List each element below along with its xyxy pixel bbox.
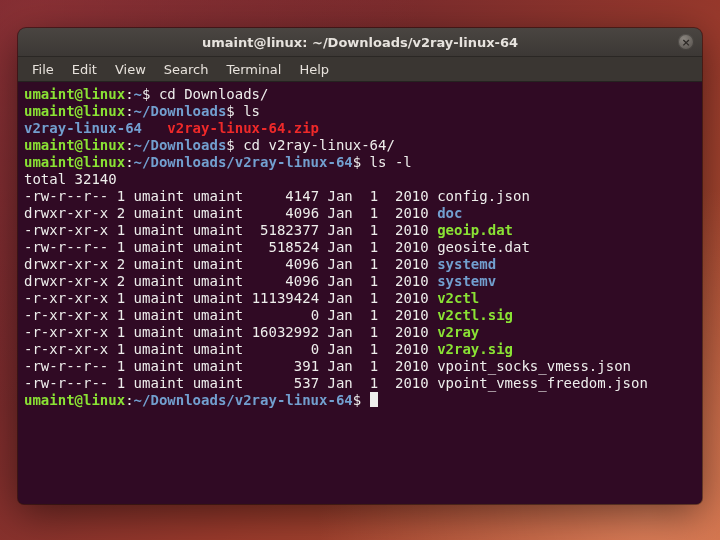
desktop-background: umaint@linux: ~/Downloads/v2ray-linux-64… (0, 0, 720, 540)
file-group: umaint (193, 358, 244, 374)
file-size: 4096 (252, 256, 319, 272)
file-day: 1 (361, 358, 378, 374)
file-perm: -r-xr-xr-x (24, 307, 108, 323)
file-perm: -r-xr-xr-x (24, 290, 108, 306)
prompt-dollar: $ (226, 137, 234, 153)
prompt-path: ~/Downloads/v2ray-linux-64 (134, 154, 353, 170)
file-links: 1 (117, 307, 125, 323)
file-group: umaint (193, 307, 244, 323)
prompt-path: ~/Downloads (134, 137, 227, 153)
file-owner: umaint (134, 324, 185, 340)
file-group: umaint (193, 324, 244, 340)
prompt-dollar: $ (353, 392, 361, 408)
file-links: 1 (117, 239, 125, 255)
window-title: umaint@linux: ~/Downloads/v2ray-linux-64 (202, 35, 518, 50)
file-year: 2010 (387, 358, 429, 374)
cmd-cd-downloads: cd Downloads/ (150, 86, 268, 102)
file-links: 2 (117, 205, 125, 221)
file-perm: drwxr-xr-x (24, 205, 108, 221)
file-name: doc (437, 205, 462, 221)
file-group: umaint (193, 273, 244, 289)
cmd-cd-v2ray: cd v2ray-linux-64/ (235, 137, 395, 153)
file-year: 2010 (387, 273, 429, 289)
menu-edit[interactable]: Edit (64, 60, 105, 79)
file-owner: umaint (134, 222, 185, 238)
menu-file[interactable]: File (24, 60, 62, 79)
file-month: Jan (328, 273, 353, 289)
file-year: 2010 (387, 239, 429, 255)
file-group: umaint (193, 188, 244, 204)
menu-terminal[interactable]: Terminal (218, 60, 289, 79)
file-perm: -rw-r--r-- (24, 239, 108, 255)
menu-help[interactable]: Help (291, 60, 337, 79)
file-day: 1 (361, 256, 378, 272)
file-name: v2ray (437, 324, 479, 340)
file-name: config.json (437, 188, 530, 204)
file-year: 2010 (387, 375, 429, 391)
file-day: 1 (361, 307, 378, 323)
file-owner: umaint (134, 290, 185, 306)
file-perm: -rw-r--r-- (24, 375, 108, 391)
prompt-user: umaint@linux (24, 137, 125, 153)
close-icon[interactable]: × (678, 34, 694, 50)
file-owner: umaint (134, 239, 185, 255)
file-owner: umaint (134, 341, 185, 357)
window-titlebar[interactable]: umaint@linux: ~/Downloads/v2ray-linux-64… (18, 28, 702, 57)
file-links: 1 (117, 375, 125, 391)
file-month: Jan (328, 307, 353, 323)
file-day: 1 (361, 341, 378, 357)
file-size: 0 (252, 307, 319, 323)
file-group: umaint (193, 341, 244, 357)
file-month: Jan (328, 290, 353, 306)
file-year: 2010 (387, 222, 429, 238)
file-month: Jan (328, 239, 353, 255)
file-name: systemd (437, 256, 496, 272)
prompt-path: ~/Downloads (134, 103, 227, 119)
file-day: 1 (361, 273, 378, 289)
file-links: 1 (117, 188, 125, 204)
file-owner: umaint (134, 273, 185, 289)
file-links: 1 (117, 358, 125, 374)
file-name: geosite.dat (437, 239, 530, 255)
file-name: v2ray.sig (437, 341, 513, 357)
ls-entry-dir: v2ray-linux-64 (24, 120, 142, 136)
menu-search[interactable]: Search (156, 60, 217, 79)
file-year: 2010 (387, 205, 429, 221)
file-size: 5182377 (252, 222, 319, 238)
file-size: 16032992 (252, 324, 319, 340)
file-group: umaint (193, 375, 244, 391)
file-day: 1 (361, 188, 378, 204)
file-month: Jan (328, 188, 353, 204)
file-month: Jan (328, 341, 353, 357)
file-day: 1 (361, 324, 378, 340)
prompt-sep: : (125, 86, 133, 102)
ls-gap (142, 120, 167, 136)
terminal-window: umaint@linux: ~/Downloads/v2ray-linux-64… (18, 28, 702, 504)
menubar: File Edit View Search Terminal Help (18, 57, 702, 82)
file-links: 2 (117, 256, 125, 272)
prompt-user: umaint@linux (24, 103, 125, 119)
prompt-sep: : (125, 154, 133, 170)
prompt-sep: : (125, 103, 133, 119)
prompt-user: umaint@linux (24, 392, 125, 408)
prompt-dollar: $ (226, 103, 234, 119)
file-size: 4096 (252, 205, 319, 221)
file-owner: umaint (134, 188, 185, 204)
menu-view[interactable]: View (107, 60, 154, 79)
file-month: Jan (328, 256, 353, 272)
file-links: 1 (117, 324, 125, 340)
file-links: 1 (117, 222, 125, 238)
file-size: 4147 (252, 188, 319, 204)
file-perm: -r-xr-xr-x (24, 324, 108, 340)
file-owner: umaint (134, 205, 185, 221)
file-day: 1 (361, 375, 378, 391)
file-group: umaint (193, 222, 244, 238)
terminal-body[interactable]: umaint@linux:~$ cd Downloads/ umaint@lin… (18, 82, 702, 504)
file-name: systemv (437, 273, 496, 289)
file-group: umaint (193, 205, 244, 221)
total-line: total 32140 (24, 171, 117, 187)
file-group: umaint (193, 290, 244, 306)
file-links: 1 (117, 290, 125, 306)
file-owner: umaint (134, 375, 185, 391)
file-perm: -rw-r--r-- (24, 358, 108, 374)
